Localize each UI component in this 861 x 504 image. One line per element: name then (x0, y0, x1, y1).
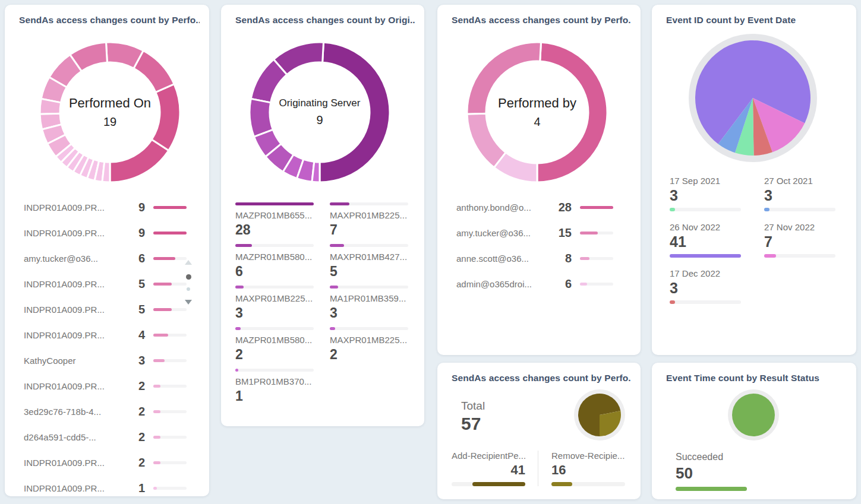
item-bar-fill (764, 254, 776, 258)
item-label: d264a591-cdd5-... (24, 432, 120, 442)
item-bar-fill (153, 359, 165, 362)
item-bar (670, 254, 741, 258)
item-bar (235, 286, 314, 289)
item-bar (153, 487, 187, 490)
item-bar (153, 359, 187, 362)
pager-page-1-dot[interactable] (186, 274, 191, 280)
item-bar-fill (235, 369, 238, 372)
performed-on-donut-chart[interactable] (39, 41, 181, 183)
item-label: INDPR01A009.PR... (24, 228, 120, 238)
item-bar-fill (670, 208, 675, 211)
item-label: INDPR01A009.PR... (24, 279, 120, 289)
grid-item[interactable]: MAXPR01MB427...5 (330, 244, 408, 275)
grid-item[interactable]: MAZPR01MB655...28 (235, 202, 314, 233)
pager-down-icon[interactable] (185, 300, 192, 305)
chart-segment[interactable] (537, 42, 607, 182)
item-bar-fill (153, 487, 157, 490)
grid-item[interactable]: MAXPR01MB225...2 (330, 327, 408, 358)
item-label: 17 Sep 2021 (670, 176, 741, 186)
grid-item[interactable]: 26 Nov 202241 (670, 222, 741, 256)
list-item[interactable]: INDPR01A009.PR...9 (24, 220, 187, 246)
item-value: 7 (330, 222, 408, 238)
chart-segment[interactable] (320, 42, 390, 182)
chart-segment[interactable] (110, 140, 169, 182)
list-item[interactable]: INDPR01A009.PR...2 (24, 373, 187, 399)
result-status-pie-chart[interactable] (727, 388, 780, 442)
item-label: KathyCooper (24, 356, 120, 366)
list-item[interactable]: anne.scott@o36...8 (456, 246, 613, 271)
list-item[interactable]: anthony.bond@o...28 (456, 195, 613, 220)
list-item[interactable]: INDPR01A009.PR...2 (24, 450, 187, 476)
item-value: 16 (551, 462, 625, 478)
event-date-pie-chart[interactable] (687, 33, 818, 163)
chart-segment[interactable] (732, 394, 775, 436)
grid-item[interactable]: 17 Sep 20213 (670, 176, 741, 210)
list-item[interactable]: 3ed29c76-718b-4...2 (24, 399, 187, 424)
permission-type-pie-icon[interactable] (573, 388, 626, 442)
list-item[interactable]: amy.tucker@o36...6 (24, 246, 187, 271)
item-bar-fill (330, 244, 344, 247)
list-item[interactable]: INDPR01A009.PR...1 (24, 476, 187, 496)
item-value: 5 (120, 303, 145, 316)
summary-item[interactable]: Remove-Recipie...16 (538, 451, 625, 486)
list-item[interactable]: d264a591-cdd5-...2 (24, 424, 187, 450)
item-value: 50 (676, 464, 747, 483)
grid-item[interactable]: BM1PR01MB370...1 (235, 369, 314, 400)
list-item[interactable]: KathyCooper3 (24, 348, 187, 373)
item-value: 2 (120, 430, 145, 444)
card-result-status: Event Time count by Result Status Succee… (652, 363, 856, 499)
list-item[interactable]: amy.tucker@o36...15 (456, 220, 613, 246)
grid-item[interactable]: MAXPR01MB225...3 (235, 286, 314, 316)
item-value: 3 (330, 305, 408, 321)
item-label: 27 Nov 2022 (764, 222, 835, 232)
list-item[interactable]: INDPR01A009.PR...5 (24, 271, 187, 297)
item-value: 9 (120, 226, 145, 240)
originating-server-list: MAZPR01MB655...28MAXPR01MB225...7MAZPR01… (235, 202, 408, 400)
item-label: Add-RecipientPe... (452, 451, 525, 461)
item-bar-fill (235, 327, 241, 330)
item-bar (235, 202, 314, 205)
total-value: 57 (461, 414, 481, 434)
item-bar (153, 410, 187, 413)
pager-page-2-dot[interactable] (187, 287, 190, 291)
item-bar-fill (235, 286, 244, 289)
item-bar-fill (153, 334, 168, 337)
item-bar-fill (153, 461, 160, 464)
card-title: SendAs access changes count by Perfo... (452, 15, 631, 26)
summary-item[interactable]: Add-RecipientPe...41 (452, 451, 525, 486)
chart-segment[interactable] (312, 161, 320, 182)
list-item[interactable]: INDPR01A009.PR...9 (24, 195, 187, 220)
list-item[interactable]: INDPR01A009.PR...5 (24, 297, 187, 322)
item-value: 28 (547, 201, 572, 214)
chart-segment[interactable] (152, 84, 180, 151)
item-bar-fill (153, 308, 172, 311)
performed-by-list: anthony.bond@o...28amy.tucker@o36...15an… (456, 195, 613, 297)
item-value: 3 (764, 187, 835, 204)
grid-item[interactable]: MAXPR01MB225...7 (330, 202, 408, 233)
item-bar-fill (235, 202, 314, 205)
grid-item[interactable]: 27 Nov 20227 (764, 222, 835, 256)
item-bar-fill (676, 487, 747, 491)
grid-item[interactable]: MAZPR01MB580...6 (235, 244, 314, 275)
item-label: INDPR01A009.PR... (24, 305, 120, 315)
item-bar (670, 300, 741, 304)
performed-by-donut-chart[interactable] (466, 41, 608, 183)
list-item[interactable]: INDPR01A009.PR...4 (24, 322, 187, 348)
originating-server-donut-chart[interactable] (248, 41, 391, 183)
chart-segment[interactable] (467, 42, 541, 114)
grid-item[interactable]: 17 Dec 20223 (670, 268, 741, 303)
item-value: 6 (120, 252, 145, 265)
item-value: 5 (330, 264, 408, 280)
item-value: 3 (235, 305, 314, 321)
grid-item[interactable]: 27 Oct 20213 (764, 176, 835, 210)
list-item[interactable]: admin@o365droi...6 (456, 271, 613, 297)
grid-item[interactable]: MA1PR01MB359...3 (330, 286, 408, 316)
grid-item[interactable]: MAZPR01MB580...2 (235, 327, 314, 358)
card-originating-server: SendAs access changes count by Origi... … (221, 5, 424, 426)
item-value: 3 (120, 354, 145, 367)
item-bar (153, 385, 187, 388)
pager-up-icon[interactable] (185, 260, 192, 265)
chart-segment[interactable] (102, 161, 110, 182)
item-value: 15 (547, 226, 572, 240)
item-bar (670, 208, 741, 211)
